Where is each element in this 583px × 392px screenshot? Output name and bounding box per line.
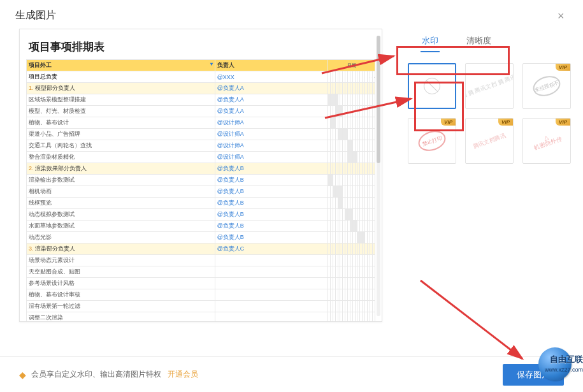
- task-cell: 渲染输出参数测试: [27, 175, 215, 186]
- table-row: 植物、幕布设计@设计师A: [27, 117, 375, 129]
- owner-cell: [215, 278, 327, 289]
- owner-cell: [215, 266, 327, 278]
- stamp-icon: 未经授权不: [530, 73, 563, 99]
- task-cell: 1.模型部分负责人: [27, 83, 215, 94]
- modal-header: 生成图片 ×: [0, 0, 583, 29]
- watermark-text-red[interactable]: VIP 腾讯文档腾讯: [465, 118, 514, 164]
- close-icon[interactable]: ×: [558, 11, 568, 21]
- tab-watermark[interactable]: 水印: [408, 29, 452, 52]
- task-cell: 整合渲染材质精化: [27, 152, 215, 163]
- watermark-stamp-noprint[interactable]: VIP 禁止打印: [408, 118, 456, 164]
- logo-url: www.xz27.com: [545, 367, 583, 373]
- vip-badge: VIP: [441, 119, 456, 126]
- owner-cell: @负责人B: [215, 221, 327, 232]
- vip-badge: VIP: [556, 64, 570, 71]
- wm-text: 腾讯文档 腾 腾讯文档 腾 腾讯文档 腾: [465, 67, 514, 106]
- owner-cell: @设计师A: [215, 129, 327, 140]
- vip-badge: VIP: [498, 119, 513, 126]
- filter-icon[interactable]: ▾: [210, 61, 213, 67]
- tab-clarity[interactable]: 清晰度: [452, 29, 505, 52]
- task-cell: 交通工具（两轮名）查找: [27, 140, 215, 152]
- modal-footer: ◆ 会员享自定义水印、输出高清图片特权 开通会员 保存图片: [0, 356, 583, 392]
- owner-cell: @设计师A: [215, 140, 327, 152]
- task-cell: 线框预览: [27, 198, 215, 209]
- triangle-stamp-icon: △机密勿外传: [531, 131, 562, 150]
- table-row: 渠道小品、广告招牌@设计师A: [27, 129, 375, 140]
- owner-cell: [215, 312, 327, 323]
- options-column: 水印 清晰度 腾讯文档 腾 腾讯文档 腾 腾讯文档 腾 VIP 未经授权不 VI…: [382, 29, 571, 328]
- task-cell: 3.渲染部分负责人: [27, 243, 215, 255]
- task-cell: 渲有场景第一轮过滤: [27, 301, 215, 312]
- first-row-owner: @XXX: [215, 71, 327, 83]
- task-cell: 相机动画: [27, 186, 215, 198]
- owner-cell: @负责人A: [215, 94, 327, 106]
- table-row: 交通工具（两轮名）查找@设计师A: [27, 140, 375, 152]
- task-cell: 调整二次渲染: [27, 312, 215, 323]
- upgrade-link[interactable]: 开通会员: [168, 369, 198, 380]
- watermark-none[interactable]: [408, 63, 456, 109]
- task-cell: 动态模拟参数测试: [27, 209, 215, 221]
- source-watermark: 自由互联 www.xz27.com: [538, 347, 572, 381]
- task-cell: 模型、灯光、材质检查: [27, 106, 215, 117]
- task-cell: 渠道小品、广告招牌: [27, 129, 215, 140]
- modal-body: 项目事项排期表 项目外工▾ 负责人 日期 项目总负责 @XXX 2月1日2月2日…: [0, 29, 583, 328]
- generate-image-modal: 生成图片 × 项目事项排期表 项目外工▾ 负责人 日期 项目总负责 @XXX: [0, 0, 583, 392]
- table-row: 调整二次渲染: [27, 312, 375, 323]
- preview-column: 项目事项排期表 项目外工▾ 负责人 日期 项目总负责 @XXX 2月1日2月2日…: [19, 29, 382, 328]
- task-cell: 天空贴图合成、贴图: [27, 266, 215, 278]
- owner-cell: @负责人A: [215, 83, 327, 94]
- date-row: 项目总负责 @XXX 2月1日2月2日2月3日2月4日2月5日2月6日2月7日2…: [27, 71, 375, 83]
- none-icon: [424, 78, 440, 94]
- date-cell: 4月3日: [372, 71, 375, 83]
- task-cell: 参考场景设计风格: [27, 278, 215, 289]
- preview-scrollbar[interactable]: [377, 36, 380, 316]
- tabs: 水印 清晰度: [408, 29, 571, 52]
- sheet-title: 项目事项排期表: [26, 36, 375, 59]
- table-row: 场景动态元素设计: [27, 255, 375, 266]
- modal-title: 生成图片: [15, 9, 56, 22]
- table-row: 1.模型部分负责人@负责人A: [27, 83, 375, 94]
- task-cell: 植物、幕布设计: [27, 117, 215, 129]
- table-header-row: 项目外工▾ 负责人 日期: [27, 60, 375, 71]
- table-row: 区域场景模型整理搭建@负责人A: [27, 94, 375, 106]
- table-row: 参考场景设计风格: [27, 278, 375, 289]
- footer-promo: ◆ 会员享自定义水印、输出高清图片特权 开通会员: [19, 369, 198, 380]
- diamond-icon: ◆: [19, 370, 26, 380]
- table-row: 线框预览@负责人B: [27, 198, 375, 209]
- owner-cell: @负责人B: [215, 163, 327, 175]
- table-row: 渲有场景第一轮过滤: [27, 301, 375, 312]
- owner-cell: @负责人B: [215, 209, 327, 221]
- watermark-stamp-confidential[interactable]: VIP △机密勿外传: [522, 118, 571, 164]
- table-row: 水面草地参数测试@负责人B: [27, 221, 375, 232]
- col-task: 项目外工▾: [27, 60, 215, 71]
- task-cell: 2.渲染效果部分负责人: [27, 163, 215, 175]
- watermark-stamp-unauth[interactable]: VIP 未经授权不: [522, 63, 571, 109]
- owner-cell: @设计师A: [215, 117, 327, 129]
- owner-cell: @负责人B: [215, 175, 327, 186]
- logo-text: 自由互联: [550, 354, 583, 365]
- owner-cell: @负责人B: [215, 198, 327, 209]
- owner-cell: [215, 301, 327, 312]
- table-row: 整合渲染材质精化@设计师A: [27, 152, 375, 163]
- owner-cell: @负责人B: [215, 232, 327, 243]
- preview-box: 项目事项排期表 项目外工▾ 负责人 日期 项目总负责 @XXX 2月1日2月2日…: [19, 29, 382, 322]
- table-row: 模型、灯光、材质检查@负责人A: [27, 106, 375, 117]
- owner-cell: @负责人C: [215, 243, 327, 255]
- owner-cell: [215, 255, 327, 266]
- promo-text: 会员享自定义水印、输出高清图片特权: [31, 369, 161, 380]
- table-row: 渲染输出参数测试@负责人B: [27, 175, 375, 186]
- vip-badge: VIP: [556, 119, 570, 126]
- task-cell: 区域场景模型整理搭建: [27, 94, 215, 106]
- watermark-text-gray[interactable]: 腾讯文档 腾 腾讯文档 腾 腾讯文档 腾: [465, 63, 514, 109]
- wm-text: 腾讯文档腾讯: [472, 132, 507, 150]
- task-cell: 植物、幕布设计审核: [27, 289, 215, 301]
- task-cell: 场景动态元素设计: [27, 255, 215, 266]
- owner-cell: @设计师A: [215, 152, 327, 163]
- table-row: 相机动画@负责人B: [27, 186, 375, 198]
- owner-cell: [215, 289, 327, 301]
- owner-cell: @负责人A: [215, 106, 327, 117]
- task-cell: 水面草地参数测试: [27, 221, 215, 232]
- col-owner: 负责人: [215, 60, 327, 71]
- table-row: 动态光影@负责人B: [27, 232, 375, 243]
- table-row: 天空贴图合成、贴图: [27, 266, 375, 278]
